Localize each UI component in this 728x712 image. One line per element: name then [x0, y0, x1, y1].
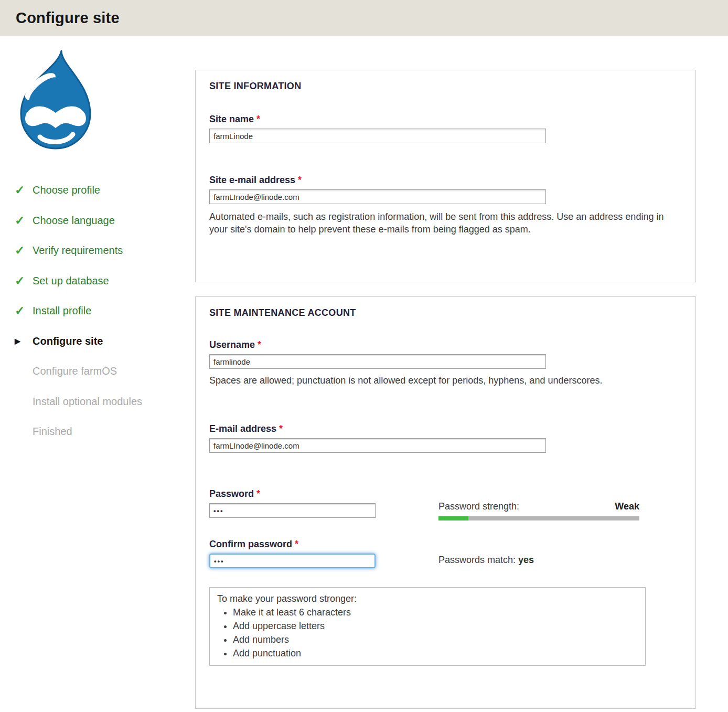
page-title: Configure site [0, 0, 728, 36]
password-row: Password * Password strength: Weak [209, 488, 682, 518]
check-icon: ✓ [13, 274, 33, 288]
required-asterisk: * [256, 114, 260, 124]
step-label: Finished [33, 426, 72, 438]
required-asterisk: * [295, 539, 298, 549]
sidebar-step-install-profile: ✓ Install profile [13, 296, 186, 326]
install-steps-list: ✓ Choose profile ✓ Choose language ✓ Ver… [13, 175, 186, 447]
password-suggestions-title: To make your password stronger: [217, 592, 638, 605]
password-label: Password * [209, 488, 376, 500]
password-field-group: Password * [209, 488, 376, 518]
suggestion-item: Add uppercase letters [233, 619, 638, 633]
step-label: Set up database [33, 275, 109, 287]
required-asterisk: * [258, 339, 261, 350]
site-information-fieldset: SITE INFORMATION Site name * Site e-mail… [195, 70, 696, 282]
step-label: Configure farmOS [33, 365, 117, 377]
check-icon: ✓ [13, 183, 33, 197]
site-name-input[interactable] [209, 129, 546, 143]
drupal-logo-icon [12, 48, 100, 160]
fieldset-legend: SITE INFORMATION [209, 81, 682, 92]
suggestion-item: Make it at least 6 characters [233, 605, 638, 619]
password-strength-label: Password strength: [438, 501, 519, 512]
site-name-label: Site name * [209, 114, 682, 125]
step-label: Install profile [33, 305, 91, 317]
confirm-password-row: Confirm password * Passwords match: yes [209, 539, 682, 568]
required-asterisk: * [256, 488, 260, 499]
sidebar-step-configure-site: ▶ Configure site [13, 326, 186, 357]
required-asterisk: * [279, 423, 283, 434]
username-input[interactable] [209, 354, 546, 369]
sidebar-step-verify-requirements: ✓ Verify requirements [13, 236, 186, 266]
confirm-password-field-group: Confirm password * [209, 539, 376, 568]
confirm-password-label: Confirm password * [209, 539, 376, 550]
suggestion-item: Add numbers [233, 633, 638, 646]
account-email-label: E-mail address * [209, 423, 682, 434]
step-label: Choose language [33, 215, 115, 227]
account-email-input[interactable] [209, 438, 546, 453]
site-email-description: Automated e-mails, such as registration … [209, 210, 684, 236]
sidebar-step-choose-profile: ✓ Choose profile [13, 175, 186, 206]
passwords-match-value: yes [518, 555, 534, 565]
step-label: Choose profile [33, 184, 100, 196]
sidebar-step-set-up-database: ✓ Set up database [13, 266, 186, 296]
check-icon: ✓ [13, 214, 33, 228]
confirm-password-input[interactable] [209, 554, 376, 568]
username-description: Spaces are allowed; punctuation is not a… [209, 374, 639, 387]
password-suggestions-box: To make your password stronger: Make it … [209, 587, 646, 666]
step-label: Configure site [33, 335, 103, 347]
sidebar-step-finished: Finished [13, 417, 186, 447]
username-label: Username * [209, 339, 682, 350]
passwords-match-line: Passwords match: yes [438, 555, 639, 566]
check-icon: ✓ [13, 304, 33, 318]
site-email-label: Site e-mail address * [209, 175, 682, 186]
password-strength-track [438, 516, 639, 520]
check-icon: ✓ [13, 243, 33, 258]
passwords-match-group: Passwords match: yes [438, 555, 639, 568]
step-label: Verify requirements [33, 245, 123, 257]
password-strength-level: Weak [615, 501, 639, 512]
suggestion-item: Add punctuation [233, 646, 638, 660]
required-asterisk: * [298, 175, 302, 185]
site-email-input[interactable] [209, 189, 546, 204]
password-input[interactable] [209, 503, 376, 518]
fieldset-legend: SITE MAINTENANCE ACCOUNT [209, 307, 682, 318]
password-suggestions-list: Make it at least 6 charactersAdd upperca… [217, 605, 638, 660]
step-label: Install optional modules [33, 396, 142, 408]
password-strength-line: Password strength: Weak [438, 501, 639, 512]
passwords-match-label: Passwords match: [438, 555, 516, 565]
sidebar-step-configure-farmos: Configure farmOS [13, 356, 186, 387]
install-page: Configure site ✓ Choose profile ✓ Choose… [0, 0, 728, 712]
sidebar-step-install-optional-modules: Install optional modules [13, 387, 186, 417]
site-maintenance-account-fieldset: SITE MAINTENANCE ACCOUNT Username * Spac… [195, 296, 696, 709]
password-strength-group: Password strength: Weak [438, 501, 639, 520]
page-header: Configure site [0, 0, 728, 36]
strength-bar-fill [438, 516, 468, 520]
active-arrow-icon: ▶ [13, 337, 33, 345]
sidebar-step-choose-language: ✓ Choose language [13, 206, 186, 236]
